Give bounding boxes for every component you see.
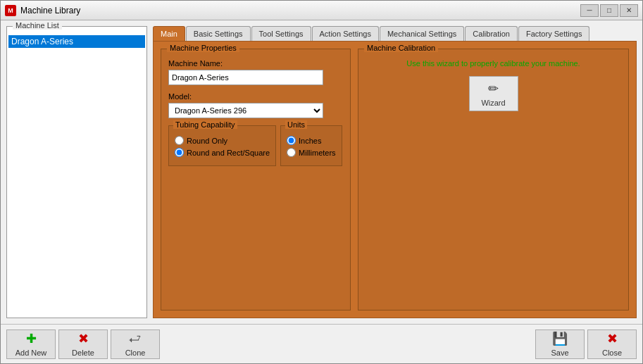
- delete-button[interactable]: ✖ Delete: [58, 330, 108, 359]
- units-millimeters[interactable]: Millimeters: [287, 148, 336, 157]
- add-icon: ✚: [26, 331, 37, 346]
- tubing-round-only-radio[interactable]: [175, 136, 184, 145]
- add-new-button[interactable]: ✚ Add New: [6, 330, 56, 359]
- toolbar-left: ✚ Add New ✖ Delete ⮐ Clone: [6, 330, 160, 359]
- tab-mechanical-settings[interactable]: Mechanical Settings: [380, 26, 464, 41]
- wizard-button[interactable]: ✏ Wizard: [469, 76, 518, 111]
- machine-list-label: Machine List: [13, 21, 62, 30]
- save-button[interactable]: 💾 Save: [535, 330, 585, 359]
- units-inches[interactable]: Inches: [287, 136, 336, 145]
- machine-list-item[interactable]: Dragon A-Series: [8, 35, 145, 48]
- minimize-button[interactable]: ─: [580, 4, 599, 17]
- delete-icon: ✖: [78, 331, 89, 346]
- clone-button[interactable]: ⮐ Clone: [111, 330, 160, 359]
- clone-label: Clone: [125, 349, 146, 357]
- tubing-round-rect-text: Round and Rect/Square: [187, 149, 270, 157]
- model-field: Model: Dragon A-Series 296 Dragon A-Seri…: [168, 92, 343, 118]
- units-millimeters-radio[interactable]: [287, 148, 296, 157]
- bottom-toolbar: ✚ Add New ✖ Delete ⮐ Clone 💾 Save ✖ Clos…: [1, 324, 642, 363]
- tubing-round-only-text: Round Only: [187, 137, 227, 145]
- title-bar-buttons: ─ □ ✕: [580, 4, 638, 17]
- clone-icon: ⮐: [129, 332, 142, 346]
- tubing-units-row: Tubing Capability Round Only Round and R…: [168, 125, 343, 166]
- machine-properties-label: Machine Properties: [167, 44, 239, 52]
- machine-name-field: Machine Name:: [168, 59, 343, 85]
- machine-name-input[interactable]: [168, 70, 323, 85]
- machine-properties-group: Machine Properties Machine Name: Model: …: [161, 49, 351, 310]
- model-select[interactable]: Dragon A-Series 296 Dragon A-Series 300 …: [168, 103, 323, 118]
- tubing-capability-label: Tubing Capability: [173, 120, 237, 129]
- save-label: Save: [551, 349, 568, 357]
- tubing-round-only[interactable]: Round Only: [175, 136, 270, 145]
- wizard-label: Wizard: [481, 99, 505, 107]
- wizard-icon: ✏: [488, 81, 499, 96]
- machine-list-group: Machine List Dragon A-Series: [6, 26, 147, 318]
- tab-tool-settings[interactable]: Tool Settings: [251, 26, 311, 41]
- tab-calibration[interactable]: Calibration: [465, 26, 518, 41]
- save-icon: 💾: [552, 331, 568, 346]
- machine-calibration-label: Machine Calibration: [364, 44, 438, 52]
- machine-calibration-group: Machine Calibration Use this wizard to p…: [358, 49, 629, 310]
- tab-factory-settings[interactable]: Factory Settings: [518, 26, 589, 41]
- tab-bar: Main Basic Settings Tool Settings Action…: [153, 26, 637, 41]
- tab-action-settings[interactable]: Action Settings: [312, 26, 379, 41]
- window-title: Machine Library: [20, 6, 580, 15]
- tubing-capability-group: Tubing Capability Round Only Round and R…: [168, 125, 276, 166]
- toolbar-right: 💾 Save ✖ Close: [535, 330, 637, 359]
- close-button[interactable]: ✖ Close: [587, 330, 637, 359]
- tubing-round-rect-radio[interactable]: [175, 148, 184, 157]
- add-label: Add New: [15, 349, 47, 357]
- tab-content-main: Machine Properties Machine Name: Model: …: [153, 41, 637, 318]
- model-label: Model:: [168, 92, 343, 101]
- machine-name-label: Machine Name:: [168, 59, 343, 68]
- close-icon: ✖: [607, 331, 618, 346]
- tab-basic-settings[interactable]: Basic Settings: [186, 26, 251, 41]
- right-panel: Main Basic Settings Tool Settings Action…: [153, 26, 637, 318]
- units-inches-radio[interactable]: [287, 136, 296, 145]
- tubing-round-rect[interactable]: Round and Rect/Square: [175, 148, 270, 157]
- tab-main[interactable]: Main: [153, 26, 185, 41]
- main-window: M Machine Library ─ □ ✕ Machine List Dra…: [0, 0, 643, 364]
- maximize-button[interactable]: □: [600, 4, 618, 17]
- calibration-description: Use this wizard to properly calibrate yo…: [366, 59, 621, 68]
- window-close-button[interactable]: ✕: [620, 4, 638, 17]
- app-icon: M: [5, 5, 16, 16]
- title-bar: M Machine Library ─ □ ✕: [1, 1, 642, 20]
- units-label: Units: [285, 120, 307, 129]
- content-area: Machine List Dragon A-Series Main Basic …: [1, 20, 642, 324]
- units-group: Units Inches Millimeters: [280, 125, 342, 166]
- machine-list-container: Dragon A-Series: [7, 34, 146, 49]
- delete-label: Delete: [72, 349, 94, 357]
- units-inches-text: Inches: [299, 137, 321, 145]
- units-millimeters-text: Millimeters: [299, 149, 336, 157]
- close-label: Close: [602, 349, 622, 357]
- machine-list-panel: Machine List Dragon A-Series: [6, 26, 147, 318]
